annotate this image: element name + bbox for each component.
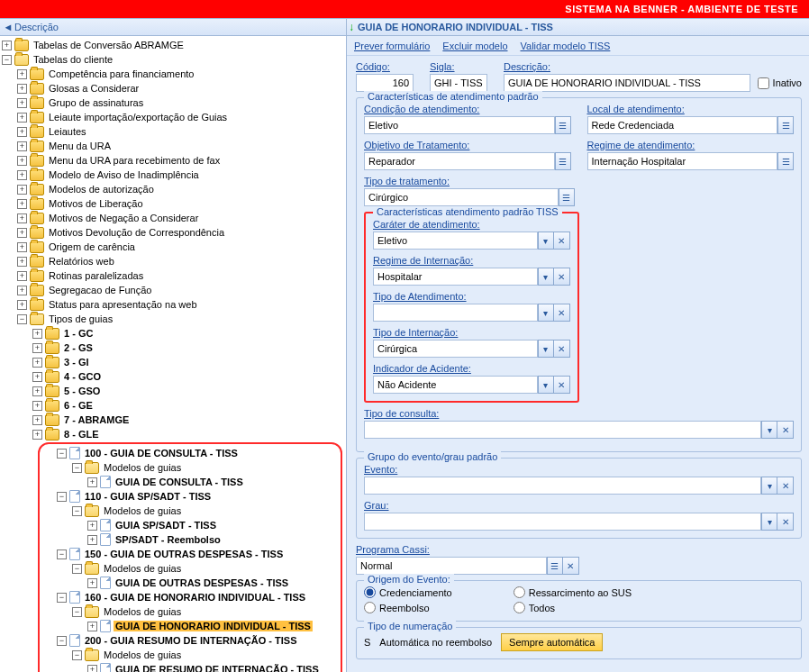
expand-icon[interactable]: + <box>17 257 27 267</box>
tree-node[interactable]: +1 - GC <box>31 326 346 341</box>
tree-node[interactable]: +Leiautes <box>15 124 346 139</box>
radio-reembolso[interactable] <box>364 602 376 613</box>
dropdown-icon[interactable]: ▾ <box>761 513 777 531</box>
tipocons-input[interactable] <box>364 421 761 439</box>
validar-link[interactable]: Validar modelo TISS <box>521 41 611 51</box>
tree-node[interactable]: +Status para apresentação na web <box>15 297 346 312</box>
collapse-icon[interactable]: − <box>57 492 67 502</box>
tree-node[interactable]: +5 - GSO <box>31 384 346 398</box>
collapse-icon[interactable]: − <box>57 593 67 603</box>
dropdown-icon[interactable]: ▾ <box>538 376 554 394</box>
expand-icon[interactable]: + <box>17 84 27 94</box>
tree-node[interactable]: +Competência para financiamento <box>15 67 346 81</box>
collapse-icon[interactable]: − <box>57 636 67 646</box>
tree-node[interactable]: −110 - GUIA SP/SADT - TISS <box>55 489 341 504</box>
expand-icon[interactable]: + <box>32 372 42 382</box>
objetivo-input[interactable] <box>364 152 555 170</box>
expand-icon[interactable]: + <box>17 113 27 123</box>
expand-icon[interactable]: + <box>17 69 27 79</box>
excluir-link[interactable]: Excluir modelo <box>442 41 507 51</box>
radio-todos[interactable] <box>514 602 525 613</box>
expand-icon[interactable]: + <box>87 535 97 545</box>
tree-node[interactable]: +Motivos de Liberação <box>15 196 346 211</box>
expand-icon[interactable]: + <box>32 358 42 368</box>
tree-node[interactable]: −Modelos de guias <box>70 648 341 662</box>
collapse-icon[interactable]: − <box>72 650 82 660</box>
tree-node[interactable]: +Motivos Devolução de Correspondência <box>15 225 346 240</box>
tree-node[interactable]: +Motivos de Negação a Considerar <box>15 211 346 225</box>
tree-node[interactable]: +GUIA SP/SADT - TISS <box>86 518 341 532</box>
tree-node[interactable]: +6 - GE <box>31 398 346 413</box>
lookup-icon[interactable]: ☰ <box>777 152 794 170</box>
expand-icon[interactable]: + <box>32 329 42 339</box>
expand-icon[interactable]: + <box>32 430 42 440</box>
prever-link[interactable]: Prever formulário <box>354 41 430 51</box>
expand-icon[interactable]: + <box>87 622 97 631</box>
clear-icon[interactable]: ✕ <box>554 376 570 394</box>
indac-input[interactable] <box>373 376 538 394</box>
tree-node[interactable]: +Tabelas de Conversão ABRAMGE <box>0 38 346 52</box>
dropdown-icon[interactable]: ▾ <box>538 268 554 286</box>
tree-node[interactable]: −100 - GUIA DE CONSULTA - TISS <box>55 446 341 460</box>
lookup-icon[interactable]: ☰ <box>555 116 571 134</box>
evento-input[interactable] <box>364 477 761 495</box>
tree-node[interactable]: −Tabelas do cliente <box>0 52 346 67</box>
tree-node[interactable]: +8 - GLE <box>31 427 346 441</box>
clear-icon[interactable]: ✕ <box>554 340 570 358</box>
tree-node[interactable]: +3 - GI <box>31 355 346 369</box>
lookup-icon[interactable]: ☰ <box>555 152 571 170</box>
tree-node[interactable]: +Glosas a Considerar <box>15 81 346 95</box>
local-input[interactable] <box>587 116 778 134</box>
expand-icon[interactable]: + <box>17 286 27 295</box>
expand-icon[interactable]: + <box>17 228 27 238</box>
tree-node[interactable]: −Tipos de guias <box>15 312 346 326</box>
expand-icon[interactable]: + <box>17 170 27 180</box>
collapse-icon[interactable]: − <box>57 549 67 559</box>
expand-icon[interactable]: + <box>17 271 27 281</box>
tree-node[interactable]: +4 - GCO <box>31 369 346 384</box>
carater-input[interactable] <box>373 232 538 250</box>
tree-node[interactable]: +2 - GS <box>31 341 346 355</box>
expand-icon[interactable]: + <box>32 386 42 396</box>
tree-node[interactable]: +Segregacao de Função <box>15 283 346 297</box>
clear-icon[interactable]: ✕ <box>554 268 570 286</box>
tree-node[interactable]: −Modelos de guias <box>70 561 341 576</box>
condicao-input[interactable] <box>364 116 555 134</box>
expand-icon[interactable]: + <box>32 343 42 353</box>
tree-node[interactable]: +GUIA DE CONSULTA - TISS <box>86 475 341 489</box>
tree-node[interactable]: +Menu da URA <box>15 139 346 153</box>
expand-icon[interactable]: + <box>17 185 27 195</box>
expand-icon[interactable]: + <box>2 41 12 50</box>
dropdown-icon[interactable]: ▾ <box>761 421 777 439</box>
tree-node[interactable]: −Modelos de guias <box>70 504 341 518</box>
dropdown-icon[interactable]: ▾ <box>761 477 777 495</box>
tree-node[interactable]: +Leiaute importação/exportação de Guias <box>15 110 346 124</box>
expand-icon[interactable]: + <box>87 665 97 673</box>
tree-node[interactable]: +Relatórios web <box>15 254 346 268</box>
radio-ressarcimento[interactable] <box>514 586 525 598</box>
tree-node[interactable]: −Modelos de guias <box>70 460 341 475</box>
tree-node[interactable]: +Origem de carência <box>15 240 346 254</box>
clear-icon[interactable]: ✕ <box>777 421 794 439</box>
collapse-icon[interactable]: − <box>72 564 82 574</box>
progcassi-input[interactable] <box>356 557 547 575</box>
sempre-automatica-button[interactable]: Sempre automática <box>501 633 603 651</box>
expand-icon[interactable]: + <box>87 578 97 588</box>
tree-node[interactable]: +GUIA DE HONORARIO INDIVIDUAL - TISS <box>86 619 341 633</box>
tree-node[interactable]: +Grupo de assinaturas <box>15 95 346 110</box>
clear-icon[interactable]: ✕ <box>563 557 579 575</box>
tipoint-input[interactable] <box>373 340 538 358</box>
tree-node[interactable]: +Rotinas paralelizadas <box>15 268 346 283</box>
regint-input[interactable] <box>373 268 538 286</box>
expand-icon[interactable]: + <box>17 242 27 252</box>
codigo-input[interactable] <box>356 74 414 92</box>
clear-icon[interactable]: ✕ <box>554 304 570 322</box>
tree-node[interactable]: −150 - GUIA DE OUTRAS DESPESAS - TISS <box>55 547 341 561</box>
sigla-input[interactable] <box>430 74 487 92</box>
collapse-icon[interactable]: − <box>2 55 12 65</box>
grau-input[interactable] <box>364 513 761 531</box>
expand-icon[interactable]: + <box>17 300 27 310</box>
descricao-input[interactable] <box>504 74 750 92</box>
tree-node[interactable]: +SP/SADT - Reembolso <box>86 532 341 547</box>
expand-icon[interactable]: + <box>17 156 27 166</box>
